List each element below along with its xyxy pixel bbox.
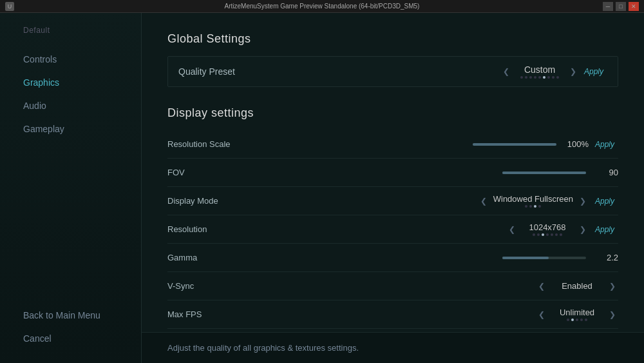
vsync-control: ❮ Enabled ❯ [335, 280, 618, 292]
resolution-arrow: ❮ 1024x768 [506, 222, 589, 236]
main-content: Global Settings Quality Preset ❮ Custom [142, 13, 644, 363]
resolution-control: ❮ 1024x768 [335, 222, 618, 236]
display-mode-arrow: ❮ Windowed Fullscreen ❯ [478, 194, 589, 208]
title-bar: U ArtizeMenuSystem Game Preview Standalo… [0, 0, 644, 13]
resolution-scale-value: 100% [563, 139, 589, 149]
resolution-prev-button[interactable]: ❮ [506, 224, 518, 235]
max-fps-value: Unlimited [551, 308, 603, 317]
sidebar: Default Controls Graphics Audio Gameplay… [0, 13, 142, 363]
max-fps-dots [567, 319, 587, 321]
resolution-scale-row: Resolution Scale 100% Apply [167, 130, 618, 159]
quality-preset-control: ❮ Custom [500, 64, 607, 79]
gamma-label: Gamma [167, 253, 335, 262]
vsync-prev-button[interactable]: ❮ [536, 280, 547, 292]
fov-track[interactable] [502, 172, 586, 174]
sidebar-item-audio[interactable]: Audio [0, 94, 141, 117]
fov-row: FOV 90 [167, 159, 618, 187]
window-controls: ─ □ ✕ [603, 2, 639, 11]
resolution-label: Resolution [167, 224, 335, 234]
display-mode-dots [525, 205, 541, 208]
gamma-track[interactable] [502, 257, 586, 259]
max-fps-next-button[interactable]: ❯ [607, 309, 618, 320]
gamma-control: 2.2 [335, 253, 618, 262]
display-mode-prev-button[interactable]: ❮ [478, 195, 489, 207]
resolution-scale-track[interactable] [473, 143, 556, 146]
app-icon: U [5, 2, 14, 11]
display-mode-label: Display Mode [167, 196, 335, 206]
fov-fill [502, 172, 586, 174]
sidebar-item-gameplay[interactable]: Gameplay [0, 117, 141, 141]
footer-description: Adjust the quality of all graphics & tex… [142, 332, 644, 363]
sidebar-item-controls[interactable]: Controls [0, 48, 141, 71]
resolution-value: 1024x768 [522, 222, 573, 232]
display-mode-apply-button[interactable]: Apply [595, 197, 618, 206]
gamma-value: 2.2 [592, 253, 618, 262]
close-button[interactable]: ✕ [629, 2, 639, 11]
display-mode-value: Windowed Fullscreen [493, 194, 573, 204]
resolution-apply-button[interactable]: Apply [595, 225, 618, 234]
gamma-fill [502, 257, 549, 259]
vsync-value: Enabled [551, 281, 603, 291]
quality-preset-dots [520, 76, 559, 79]
vsync-label: V-Sync [167, 281, 335, 291]
vsync-row: V-Sync ❮ Enabled ❯ [167, 272, 618, 300]
sidebar-item-graphics[interactable]: Graphics [0, 71, 141, 94]
resolution-scale-label: Resolution Scale [167, 139, 335, 149]
sidebar-profile-label: Default [0, 26, 141, 35]
resolution-scale-fill [473, 143, 556, 146]
display-settings-block: Display settings Resolution Scale 100% A… [167, 106, 618, 329]
resolution-row: Resolution ❮ 1024x768 [167, 215, 618, 244]
cancel-button[interactable]: Cancel [0, 327, 141, 350]
fov-value: 90 [592, 168, 618, 177]
max-fps-prev-button[interactable]: ❮ [536, 309, 547, 320]
resolution-next-button[interactable]: ❯ [577, 224, 589, 235]
resolution-scale-slider: 100% [335, 139, 589, 149]
display-mode-next-button[interactable]: ❯ [577, 195, 589, 207]
global-settings-header: Global Settings [167, 32, 618, 46]
resolution-scale-apply-button[interactable]: Apply [595, 140, 618, 149]
quality-preset-next-button[interactable]: ❯ [567, 66, 579, 77]
resolution-dots [533, 233, 562, 236]
display-mode-control: ❮ Windowed Fullscreen ❯ [335, 194, 618, 208]
display-settings-header: Display settings [167, 106, 618, 120]
scrollable-settings-area[interactable]: Global Settings Quality Preset ❮ Custom [142, 13, 644, 332]
fov-control: 90 [335, 168, 618, 177]
vsync-next-button[interactable]: ❯ [607, 280, 618, 292]
max-fps-label: Max FPS [167, 309, 335, 319]
global-settings-block: Global Settings Quality Preset ❮ Custom [167, 32, 618, 87]
max-fps-control: ❮ Unlimited [335, 308, 618, 321]
fov-label: FOV [167, 168, 335, 177]
quality-preset-value: Custom [517, 64, 562, 75]
max-fps-row: Max FPS ❮ Unlimited [167, 300, 618, 329]
quality-preset-prev-button[interactable]: ❮ [500, 66, 512, 77]
app-container: Default Controls Graphics Audio Gameplay… [0, 13, 644, 363]
gamma-row: Gamma 2.2 [167, 244, 618, 272]
minimize-button[interactable]: ─ [603, 2, 613, 11]
display-mode-row: Display Mode ❮ Windowed Fullscreen [167, 187, 618, 215]
vsync-arrow: ❮ Enabled ❯ [536, 280, 618, 292]
gamma-slider: 2.2 [335, 253, 618, 262]
window-title: ArtizeMenuSystem Game Preview Standalone… [225, 3, 420, 10]
max-fps-arrow: ❮ Unlimited [536, 308, 618, 321]
quality-preset-label: Quality Preset [178, 66, 500, 77]
quality-preset-row: Quality Preset ❮ Custom [167, 56, 618, 87]
fov-slider: 90 [335, 168, 618, 177]
resolution-scale-control: 100% Apply [335, 139, 618, 149]
maximize-button[interactable]: □ [616, 2, 626, 11]
sidebar-bottom: Back to Main Menu Cancel [0, 304, 141, 350]
back-to-main-menu-button[interactable]: Back to Main Menu [0, 304, 141, 327]
quality-preset-apply-button[interactable]: Apply [584, 67, 607, 76]
